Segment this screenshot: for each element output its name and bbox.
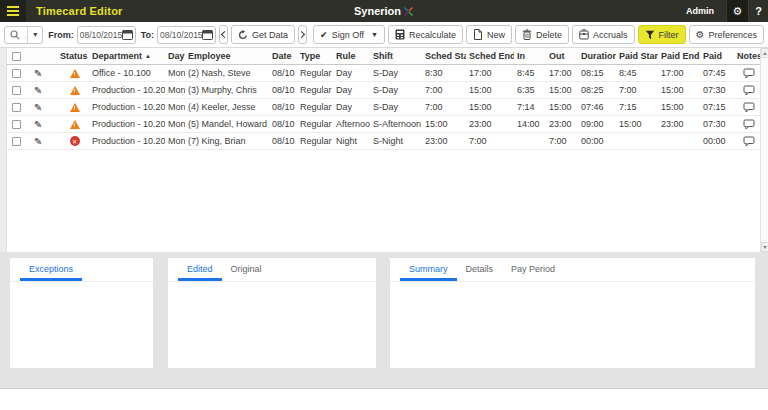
calendar-icon[interactable]: [122, 29, 133, 40]
get-data-button[interactable]: Get Data: [231, 25, 295, 44]
cell-employee: (3) Murphy, Chris: [185, 85, 269, 95]
duration-column-header[interactable]: Duration: [578, 51, 616, 61]
filter-button[interactable]: Filter: [638, 25, 686, 44]
edit-pencil-icon[interactable]: ✎: [34, 85, 42, 96]
cell-paid: 00:00: [700, 136, 734, 146]
employee-column-header[interactable]: Employee: [185, 51, 269, 61]
in-column-header[interactable]: In: [514, 51, 546, 61]
sign-off-button[interactable]: ✔ Sign Off ▼: [313, 25, 385, 44]
note-bubble-icon[interactable]: [743, 119, 755, 130]
delete-label: Delete: [536, 30, 562, 40]
tab-pay-period[interactable]: Pay Period: [502, 258, 564, 281]
note-bubble-icon[interactable]: [743, 102, 755, 113]
row-checkbox[interactable]: [12, 69, 21, 78]
tab-details[interactable]: Details: [457, 258, 503, 281]
employee-search-box[interactable]: ▾: [4, 26, 43, 44]
table-row[interactable]: ✎ Production - 10.200 Mon (7) King, Bria…: [7, 133, 760, 150]
tab-original[interactable]: Original: [222, 258, 271, 281]
row-checkbox[interactable]: [12, 103, 21, 112]
tab-edited[interactable]: Edited: [178, 258, 222, 281]
date-column-header[interactable]: Date: [269, 51, 297, 61]
preferences-label: Preferences: [708, 30, 757, 40]
notes-column-header[interactable]: Notes: [734, 51, 760, 61]
tab-exceptions[interactable]: Exceptions: [20, 258, 82, 281]
accruals-button[interactable]: Accruals: [572, 25, 635, 44]
cell-day: Mon: [165, 68, 185, 78]
shift-column-header[interactable]: Shift: [370, 51, 422, 61]
calendar-icon[interactable]: [202, 29, 213, 40]
rule-column-header[interactable]: Rule: [333, 51, 370, 61]
filter-funnel-icon: [645, 30, 655, 40]
note-bubble-icon[interactable]: [743, 68, 755, 79]
department-column-header[interactable]: Department▲: [89, 51, 165, 61]
edit-pencil-icon[interactable]: ✎: [34, 102, 42, 113]
day-column-header[interactable]: Day: [165, 51, 185, 61]
paid-column-header[interactable]: Paid: [700, 51, 734, 61]
cell-duration: 09:00: [578, 119, 616, 129]
cell-department: Production - 10.200: [89, 85, 165, 95]
cell-date: 08/10: [269, 136, 297, 146]
user-name[interactable]: Admin: [686, 6, 714, 16]
cell-rule: Afternoon: [333, 119, 370, 129]
from-date-box[interactable]: [77, 26, 136, 44]
cell-type: Regular: [297, 85, 333, 95]
row-checkbox[interactable]: [12, 137, 21, 146]
sched-end-column-header[interactable]: Sched End: [466, 51, 514, 61]
preferences-button[interactable]: ⚙ Preferences: [689, 25, 765, 44]
table-row[interactable]: ✎ Office - 10.100 Mon (2) Nash, Steve 08…: [7, 65, 760, 82]
get-data-label: Get Data: [252, 30, 288, 40]
cell-sched-end: 15:00: [466, 85, 514, 95]
cell-sched-start: 8:30: [422, 68, 466, 78]
prev-button[interactable]: [219, 25, 228, 44]
note-bubble-icon[interactable]: [743, 85, 755, 96]
timecard-table: Status Department▲ Day Employee Date Typ…: [7, 48, 760, 252]
cell-paid-end: 15:00: [658, 102, 700, 112]
brand-logo: Synerion: [354, 5, 414, 17]
note-bubble-icon[interactable]: [743, 136, 755, 147]
timecard-editor-app: Timecard Editor Synerion Admin ⚙ ? ▾: [0, 0, 768, 410]
table-scrollbar[interactable]: [760, 48, 768, 252]
sign-off-label: Sign Off: [332, 30, 364, 40]
edit-pencil-icon[interactable]: ✎: [34, 119, 42, 130]
table-row[interactable]: ✎ Production - 10.200 Mon (5) Mandel, Ho…: [7, 116, 760, 133]
timecard-table-region: Status Department▲ Day Employee Date Typ…: [0, 48, 768, 252]
hamburger-menu-icon[interactable]: [0, 0, 26, 22]
row-checkbox[interactable]: [12, 120, 21, 129]
cell-type: Regular: [297, 136, 333, 146]
new-button[interactable]: New: [466, 25, 512, 44]
select-all-checkbox[interactable]: [12, 52, 21, 61]
search-dropdown-chevron-icon[interactable]: ▾: [27, 27, 42, 43]
table-row[interactable]: ✎ Production - 10.200 Mon (3) Murphy, Ch…: [7, 82, 760, 99]
toolbar: ▾ From: To: Get Data: [0, 22, 768, 48]
edit-pencil-icon[interactable]: ✎: [34, 68, 42, 79]
edit-pencil-icon[interactable]: ✎: [34, 136, 42, 147]
help-button[interactable]: ?: [748, 0, 768, 22]
type-column-header[interactable]: Type: [297, 51, 333, 61]
paid-end-column-header[interactable]: Paid End: [658, 51, 700, 61]
cell-paid: 07:45: [700, 68, 734, 78]
from-date-input[interactable]: [80, 30, 122, 40]
new-label: New: [487, 30, 505, 40]
delete-button[interactable]: Delete: [515, 25, 569, 44]
next-button[interactable]: [298, 25, 307, 44]
warning-icon: [70, 86, 80, 95]
status-column-header[interactable]: Status: [57, 51, 89, 61]
scroll-down-icon[interactable]: [761, 242, 768, 252]
out-column-header[interactable]: Out: [546, 51, 578, 61]
footer-strip: [0, 388, 768, 410]
to-date-input[interactable]: [160, 30, 202, 40]
cell-in: 8:45: [514, 68, 546, 78]
recalculate-button[interactable]: Recalculate: [388, 25, 463, 44]
settings-gear-icon[interactable]: ⚙: [726, 0, 748, 22]
cell-duration: 08:15: [578, 68, 616, 78]
row-checkbox[interactable]: [12, 86, 21, 95]
table-row[interactable]: ✎ Production - 10.200 Mon (4) Keeler, Je…: [7, 99, 760, 116]
to-date-box[interactable]: [157, 26, 216, 44]
paid-start-column-header[interactable]: Paid Start: [616, 51, 658, 61]
tab-summary[interactable]: Summary: [400, 258, 457, 281]
cell-date: 08/10: [269, 68, 297, 78]
scroll-up-icon[interactable]: [761, 48, 768, 58]
cell-duration: 00:00: [578, 136, 616, 146]
sched-start-column-header[interactable]: Sched Start: [422, 51, 466, 61]
cell-day: Mon: [165, 85, 185, 95]
